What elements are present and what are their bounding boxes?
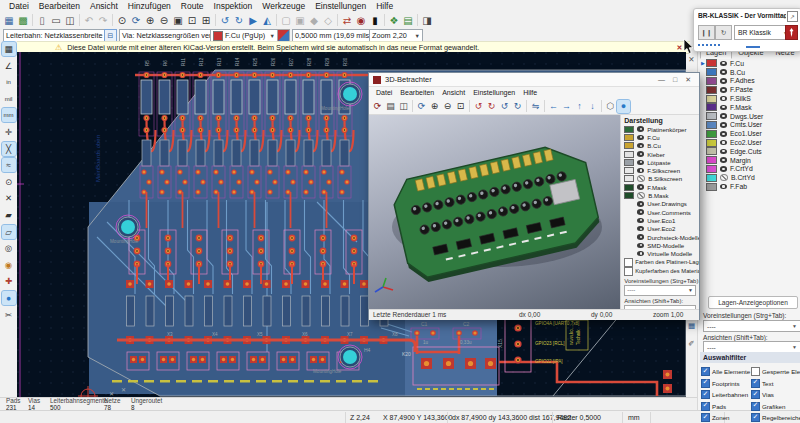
visibility-icon[interactable] bbox=[720, 131, 727, 137]
visibility-icon[interactable] bbox=[637, 160, 644, 166]
visibility-icon[interactable] bbox=[637, 151, 644, 157]
units-mils-icon[interactable]: mil bbox=[2, 92, 16, 106]
layer-color-swatch[interactable] bbox=[706, 174, 717, 182]
visibility-icon[interactable] bbox=[720, 105, 727, 111]
zoom-objects-icon[interactable]: ⊡ bbox=[185, 13, 199, 27]
ungroup-icon[interactable]: ▣ bbox=[293, 13, 307, 27]
layer-color-swatch[interactable] bbox=[624, 159, 634, 166]
pin-button[interactable] bbox=[785, 25, 798, 40]
3d-menu-item-ansicht[interactable]: Ansicht bbox=[438, 89, 469, 96]
net-highlight-icon[interactable]: ⊙ bbox=[2, 175, 16, 189]
find-icon[interactable]: ⊙ bbox=[115, 13, 129, 27]
loop-button[interactable]: ↻ bbox=[715, 25, 732, 40]
layer-color-swatch[interactable] bbox=[706, 103, 717, 111]
layer-row-cmts.user[interactable]: Cmts.User bbox=[698, 121, 800, 130]
checkbox-icon[interactable] bbox=[701, 413, 710, 422]
ortho-view-icon[interactable]: ⬡ bbox=[604, 100, 617, 113]
visibility-icon[interactable] bbox=[720, 149, 727, 155]
presets-combo[interactable]: ----▼ bbox=[703, 320, 800, 332]
menu-item-bearbeiten[interactable]: Bearbeiten bbox=[34, 1, 85, 11]
units-inch-icon[interactable]: in bbox=[2, 75, 16, 89]
layer-row-f.cu[interactable]: ▶F.Cu bbox=[698, 59, 800, 68]
visibility-icon[interactable] bbox=[720, 140, 727, 146]
visibility-icon[interactable] bbox=[637, 243, 644, 249]
measure-icon[interactable]: ✐ bbox=[686, 338, 697, 349]
layer-color-swatch[interactable] bbox=[706, 86, 717, 94]
visibility-icon[interactable] bbox=[720, 184, 727, 190]
layer-color-swatch[interactable] bbox=[624, 151, 634, 158]
visibility-off-icon[interactable] bbox=[637, 175, 645, 182]
model-row-durchsteck-modelle[interactable]: Durchsteck-Modelle bbox=[621, 233, 699, 241]
menu-item-werkzeuge[interactable]: Werkzeuge bbox=[257, 1, 310, 11]
menu-item-inspektion[interactable]: Inspektion bbox=[209, 1, 258, 11]
layer-color-swatch[interactable] bbox=[706, 112, 717, 120]
layer-color-swatch[interactable] bbox=[624, 126, 634, 133]
layer-color-swatch[interactable] bbox=[624, 167, 634, 174]
layer-color-swatch[interactable] bbox=[706, 165, 717, 173]
layer-color-swatch[interactable] bbox=[624, 192, 634, 199]
3d-viewport[interactable] bbox=[369, 115, 620, 309]
layer-row-user.eco1[interactable]: User.Eco1 bbox=[621, 216, 699, 224]
flip-board-icon[interactable]: ⇋ bbox=[529, 100, 542, 113]
visibility-icon[interactable] bbox=[637, 168, 644, 174]
layer-color-swatch[interactable] bbox=[706, 183, 717, 191]
maximize-icon[interactable]: □ bbox=[669, 76, 681, 83]
zoom-selection-icon[interactable]: ⊞ bbox=[199, 13, 213, 27]
layer-row-dwgs.user[interactable]: Dwgs.User bbox=[698, 112, 800, 121]
layer-row-user.eco2[interactable]: User.Eco2 bbox=[621, 225, 699, 233]
layer-display-options[interactable]: Lagen-Anzeigeoptionen bbox=[708, 296, 798, 309]
checkbox-icon[interactable] bbox=[751, 413, 760, 422]
ratsnest-icon[interactable]: ╳ bbox=[2, 142, 16, 156]
layer-row-edge.cuts[interactable]: Edge.Cuts bbox=[698, 147, 800, 156]
layer-color-swatch[interactable] bbox=[706, 68, 717, 76]
layer-row-f.adhes[interactable]: F.Adhes bbox=[698, 77, 800, 86]
layer-color-swatch[interactable] bbox=[624, 175, 634, 182]
visibility-icon[interactable] bbox=[637, 184, 644, 190]
close-icon[interactable]: ✕ bbox=[681, 76, 695, 84]
layer-color-swatch[interactable] bbox=[624, 142, 634, 149]
menu-item-ansicht[interactable]: Ansicht bbox=[85, 1, 123, 11]
checkbox-icon[interactable] bbox=[751, 379, 760, 388]
zoom-out-icon[interactable]: ⊖ bbox=[441, 100, 454, 113]
rotate-z-cw-icon[interactable]: ↻ bbox=[511, 100, 524, 113]
menu-item-route[interactable]: Route bbox=[176, 1, 209, 11]
layer-color-swatch[interactable] bbox=[706, 95, 717, 103]
layer-color-swatch[interactable] bbox=[706, 121, 717, 129]
model-row-virtuelle modelle[interactable]: Virtuelle Modelle bbox=[621, 249, 699, 257]
polar-coords-icon[interactable]: ∠ bbox=[2, 59, 16, 73]
3d-viewer-titlebar[interactable]: 3D-Betrachter — □ ✕ bbox=[369, 73, 699, 87]
refresh-icon[interactable]: ⟳ bbox=[415, 100, 428, 113]
plot-icon[interactable]: ◫ bbox=[63, 13, 77, 27]
checkbox-icon[interactable] bbox=[701, 379, 710, 388]
lock-icon[interactable]: ◆ bbox=[307, 13, 321, 27]
layer-row-f.silkscreen[interactable]: F.Silkscreen bbox=[621, 166, 699, 174]
copy-image-icon[interactable]: ◫ bbox=[397, 100, 410, 113]
curved-ratsnest-icon[interactable]: ≈ bbox=[2, 158, 16, 172]
reload-board-icon[interactable]: ⟳ bbox=[371, 100, 384, 113]
layer-color-swatch[interactable] bbox=[706, 130, 717, 138]
layer-row-f.mask[interactable]: F.Mask bbox=[698, 103, 800, 112]
pause-button[interactable]: ❙❙ bbox=[698, 25, 715, 40]
board-stackup-colors-checkbox[interactable]: Farben des Platinen-Lagenaufb… bbox=[621, 258, 699, 267]
layer-row-f.cu[interactable]: F.Cu bbox=[621, 133, 699, 141]
menu-item-einstellungen[interactable]: Einstellungen bbox=[310, 1, 371, 11]
units-mm-icon[interactable]: mm bbox=[2, 108, 16, 122]
filter-alle-elemente[interactable]: Alle Elemente bbox=[701, 366, 751, 378]
visibility-icon[interactable] bbox=[637, 226, 644, 232]
filter-gesperrte-elemente[interactable]: Gesperrte Elemente bbox=[751, 366, 800, 378]
viewer-3d-icon[interactable]: ▮ bbox=[368, 13, 382, 27]
layer-row-f.fab[interactable]: F.Fab bbox=[698, 182, 800, 191]
rotate-cw-icon[interactable]: ↻ bbox=[232, 13, 246, 27]
layer-row-platinenkörper[interactable]: Platinenkörper bbox=[621, 125, 699, 133]
rotate-z-ccw-icon[interactable]: ↺ bbox=[498, 100, 511, 113]
checkbox-icon[interactable] bbox=[751, 402, 760, 411]
visibility-icon[interactable] bbox=[637, 126, 644, 132]
visibility-icon[interactable] bbox=[637, 251, 644, 257]
layer-color-swatch[interactable] bbox=[624, 184, 634, 191]
visibility-icon[interactable] bbox=[720, 122, 727, 128]
filter-footprints[interactable]: Footprints bbox=[701, 378, 751, 390]
layer-row-eco2.user[interactable]: Eco2.User bbox=[698, 138, 800, 147]
visibility-icon[interactable] bbox=[637, 218, 644, 224]
tracks-outline-icon[interactable]: ✚ bbox=[2, 274, 16, 288]
pan-right-icon[interactable]: → bbox=[560, 100, 573, 113]
